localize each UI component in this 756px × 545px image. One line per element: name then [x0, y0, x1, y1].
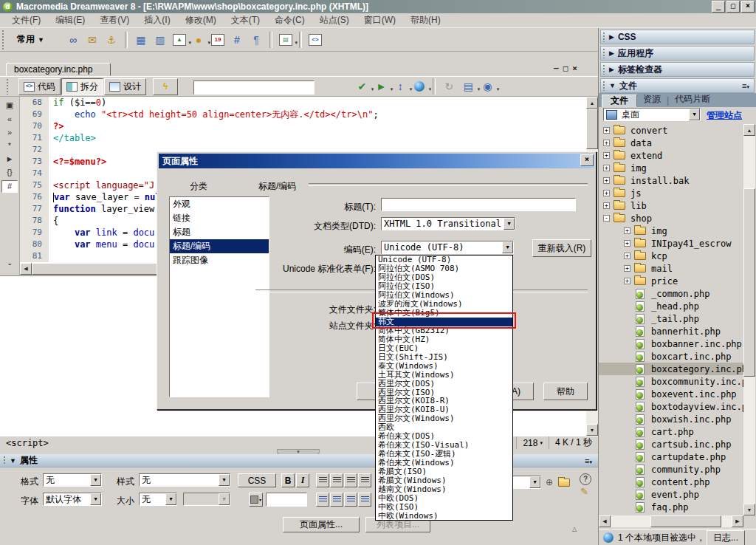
tree-item-INIpay41_escrow[interactable]: +INIpay41_escrow [599, 237, 743, 250]
restore-button[interactable]: □ [726, 1, 740, 13]
tree-item-boxbanner.inc.php[interactable]: boxbanner.inc.php [599, 337, 743, 350]
page-title-input[interactable] [381, 198, 576, 211]
media-icon[interactable]: ●▾ [190, 32, 207, 47]
tree-item-price[interactable]: +price [599, 275, 743, 287]
code-line[interactable]: 70?> [20, 120, 586, 132]
tree-item-boxtodayview.inc.ph[interactable]: boxtodayview.inc.ph [599, 400, 743, 413]
tree-item-img[interactable]: +img [599, 224, 743, 237]
tab-assets[interactable]: 资源 [643, 93, 661, 106]
format-select[interactable]: 无 ▼ [43, 473, 102, 487]
page-properties-button[interactable]: 页面属性... [283, 517, 360, 532]
refresh-icon[interactable]: ↻ [441, 79, 457, 94]
code-line[interactable]: 68if ($i==0) [20, 97, 586, 109]
preview-browser-icon[interactable]: ▾ [411, 79, 427, 94]
indent-button[interactable] [358, 493, 371, 507]
panel-menu-icon[interactable]: ≡▾ [742, 81, 749, 90]
align-left-button[interactable] [316, 473, 329, 487]
encoding-option-1[interactable]: 阿拉伯文(ASMO 708) [376, 264, 512, 273]
tree-horizontal-scrollbar[interactable]: ◀ ▶ [599, 515, 743, 527]
collapse-triangle-icon[interactable]: △ [572, 526, 577, 532]
scroll-left-arrow[interactable]: ◀ [20, 263, 32, 275]
file-management-icon[interactable]: ↕▾ [392, 79, 408, 94]
tree-item-boxwish.inc.php[interactable]: boxwish.inc.php [599, 413, 743, 425]
close-button[interactable]: × [741, 1, 755, 13]
bold-button[interactable]: B [281, 473, 295, 487]
style-select[interactable]: 无 ▼ [139, 473, 230, 487]
encoding-select[interactable]: Unicode (UTF-8) ▼ [381, 241, 514, 254]
collapse-selection-icon[interactable]: » [2, 126, 17, 137]
panel-header-tag-inspector[interactable]: ▶ 标签检查器 [600, 62, 755, 77]
preview-debug-icon[interactable]: ►▾ [373, 79, 389, 94]
panel-grip[interactable] [602, 64, 605, 75]
encoding-option-27[interactable]: 中欧(DOS) [376, 493, 512, 502]
code-line[interactable]: 69 echo "<tr><td height=50 align=center>… [20, 109, 586, 120]
validate-markup-icon[interactable]: ✔▾ [354, 79, 370, 94]
encoding-option-22[interactable]: 希伯来文(ISO-逻辑) [376, 450, 512, 459]
chevron-down-icon[interactable]: ▼ [504, 218, 515, 230]
panel-menu-icon[interactable]: ≡▾ [585, 456, 592, 465]
chevron-down-icon[interactable]: ▾ [429, 86, 432, 92]
templates-icon[interactable]: ▤▾ [278, 32, 294, 47]
unordered-list-button[interactable] [316, 493, 329, 507]
encoding-option-11[interactable]: 日文(Shift-JIS) [376, 352, 512, 361]
chevron-down-icon[interactable]: ▼ [219, 474, 230, 486]
chevron-down-icon[interactable]: ▼ [502, 241, 513, 253]
expand-icon[interactable]: + [624, 227, 630, 234]
tree-item-_head.php[interactable]: _head.php [599, 300, 743, 312]
chevron-down-icon[interactable]: ▼ [689, 109, 700, 120]
panel-grip[interactable] [602, 80, 605, 91]
tree-item-lib[interactable]: +lib [599, 199, 743, 212]
panel-grip[interactable] [602, 48, 605, 58]
tree-vertical-scrollbar[interactable]: ▲ ▼ [743, 124, 755, 515]
date-icon[interactable]: 19 [210, 32, 226, 47]
manage-sites-link[interactable]: 管理站点 [707, 109, 742, 122]
encoding-option-2[interactable]: 阿拉伯文(DOS) [376, 273, 512, 282]
encoding-option-15[interactable]: 西里尔文(ISO) [376, 388, 512, 397]
encoding-option-12[interactable]: 泰文(Windows) [376, 361, 512, 370]
panel-header-files[interactable]: ▼ 文件 ≡▾ [600, 78, 755, 93]
open-documents-icon[interactable]: ▣ [2, 100, 17, 111]
encoding-option-3[interactable]: 阿拉伯文(ISO) [376, 282, 512, 291]
expand-icon[interactable]: + [603, 202, 610, 209]
encoding-option-10[interactable]: 日文(EUC) [376, 343, 512, 352]
scroll-right-arrow[interactable]: ▶ [732, 515, 743, 527]
help-button[interactable]: 帮助 [543, 383, 588, 400]
outdent-button[interactable] [344, 493, 357, 507]
tree-item-boxcategory.inc.php[interactable]: boxcategory.inc.php [599, 363, 743, 375]
toolbar-grip[interactable] [1, 30, 4, 49]
reload-button[interactable]: 重新载入(R) [532, 239, 591, 257]
log-button[interactable]: 日志... [707, 530, 745, 545]
tree-item-img[interactable]: +img [599, 162, 743, 174]
tree-item-_tail.php[interactable]: _tail.php [599, 312, 743, 325]
scroll-up-arrow[interactable]: ▲ [586, 97, 598, 109]
browse-folder-icon[interactable] [558, 479, 570, 487]
balance-braces-icon[interactable]: {} [2, 167, 17, 178]
menu-item-3[interactable]: 插入(I) [137, 13, 177, 28]
code-line[interactable]: 71</table> [20, 132, 586, 144]
tree-item-install.bak[interactable]: +install.bak [599, 174, 743, 187]
italic-button[interactable]: I [296, 473, 309, 487]
window-size-selector[interactable]: 218 ▾ [516, 436, 549, 449]
tree-item-mail[interactable]: +mail [599, 262, 743, 275]
expand-icon[interactable]: + [603, 177, 610, 184]
encoding-option-14[interactable]: 西里尔文(DOS) [376, 379, 512, 388]
line-numbers-icon[interactable]: # [1, 180, 18, 193]
email-link-icon[interactable]: ✉ [84, 32, 100, 47]
encoding-option-23[interactable]: 希伯来文(Windows) [376, 459, 512, 467]
collapse-full-tag-icon[interactable]: « [2, 113, 17, 124]
tree-item-boxcommunity.inc.ph[interactable]: boxcommunity.inc.ph [599, 375, 743, 388]
tree-item-shop[interactable]: -shop [599, 212, 743, 224]
expand-icon[interactable]: + [603, 140, 610, 146]
tag-selector[interactable]: <script> [6, 438, 49, 448]
menu-item-7[interactable]: 站点(S) [312, 13, 357, 28]
encoding-option-17[interactable]: 西里尔文(KOI8-U) [376, 405, 512, 414]
design-view-button[interactable]: 设计 [104, 78, 146, 95]
collapse-icon[interactable]: - [603, 215, 610, 222]
panel-header-css[interactable]: ▶ CSS [600, 30, 755, 44]
view-options-icon[interactable]: ▤▾ [460, 79, 476, 94]
layout-table-icon[interactable]: ▥ [152, 32, 168, 47]
tree-item-data[interactable]: +data [599, 137, 743, 149]
css-button[interactable]: CSS [238, 473, 276, 487]
expand-icon[interactable]: + [603, 152, 610, 159]
scroll-up-arrow[interactable]: ▲ [743, 124, 755, 136]
